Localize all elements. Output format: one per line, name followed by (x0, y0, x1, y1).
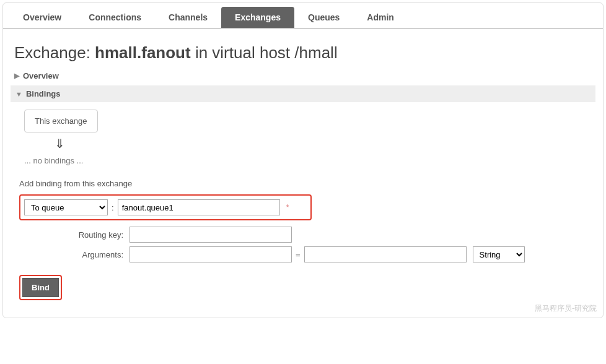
add-binding-heading: Add binding from this exchange (19, 179, 592, 188)
this-exchange-box: This exchange (24, 110, 98, 132)
no-bindings-text: ... no bindings ... (24, 156, 592, 165)
section-bindings-toggle[interactable]: ▼ Bindings (11, 85, 595, 102)
nav-tabs: Overview Connections Channels Exchanges … (3, 7, 603, 28)
down-arrow-icon: ⇓ (19, 136, 100, 151)
watermark: 黑马程序员-研究院 (535, 303, 597, 314)
tab-exchanges[interactable]: Exchanges (221, 7, 294, 28)
tab-channels[interactable]: Channels (155, 7, 221, 28)
tab-queues[interactable]: Queues (294, 7, 353, 28)
section-bindings-label: Bindings (26, 89, 61, 98)
page-title: Exchange: hmall.fanout in virtual host /… (14, 43, 592, 63)
content: Exchange: hmall.fanout in virtual host /… (3, 28, 603, 310)
bind-button-wrap: Bind (19, 275, 62, 300)
title-prefix: Exchange: (14, 43, 95, 62)
chevron-right-icon: ▶ (14, 72, 19, 80)
destination-name-input[interactable] (118, 199, 280, 215)
tab-connections[interactable]: Connections (75, 7, 155, 28)
routing-key-row: Routing key: (19, 227, 592, 243)
page: Overview Connections Channels Exchanges … (2, 2, 604, 318)
section-overview-toggle[interactable]: ▶ Overview (14, 69, 592, 83)
argument-value-input[interactable] (304, 246, 467, 262)
required-mark: * (284, 203, 292, 212)
section-overview-label: Overview (23, 71, 59, 80)
routing-key-label: Routing key: (19, 230, 130, 240)
arguments-row: Arguments: = String (19, 246, 592, 262)
argument-type-select[interactable]: String (473, 246, 525, 262)
bindings-body: This exchange ⇓ ... no bindings ... Add … (14, 102, 592, 310)
tab-overview[interactable]: Overview (9, 7, 75, 28)
chevron-down-icon: ▼ (15, 90, 22, 98)
destination-row: To queue : * (19, 194, 312, 220)
title-mid: in virtual host (191, 43, 295, 62)
destination-type-select[interactable]: To queue (24, 199, 108, 215)
equals-sign: = (292, 250, 304, 259)
colon: : (112, 203, 114, 212)
exchange-name: hmall.fanout (95, 43, 191, 62)
argument-key-input[interactable] (130, 246, 292, 262)
bind-button[interactable]: Bind (22, 278, 59, 297)
arguments-label: Arguments: (19, 250, 130, 259)
vhost-name: /hmall (294, 43, 337, 62)
routing-key-input[interactable] (130, 227, 292, 243)
tab-admin[interactable]: Admin (353, 7, 408, 28)
